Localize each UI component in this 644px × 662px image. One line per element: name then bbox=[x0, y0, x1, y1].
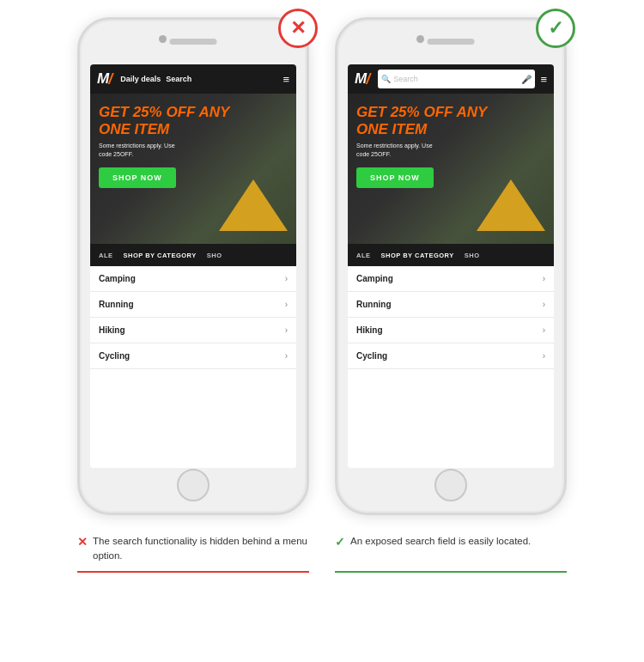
hamburger-good[interactable]: ≡ bbox=[540, 73, 547, 86]
phone-bad: ✕ M/ Daily deals Search ≡ bbox=[77, 17, 309, 515]
home-button-right[interactable] bbox=[434, 469, 467, 501]
hero-banner-good: GET 25% OFF ANY ONE ITEM Some restrictio… bbox=[348, 94, 554, 244]
tab-shop-by-category-bad[interactable]: SHOP BY CATEGORY bbox=[120, 252, 200, 259]
hero-subtitle-bad: Some restrictions apply. Usecode 25OFF. bbox=[99, 142, 288, 159]
list-item[interactable]: Running › bbox=[348, 292, 554, 318]
phone-speaker-left bbox=[170, 39, 217, 45]
category-list-good: Camping › Running › Hiking › Cycling › bbox=[348, 266, 554, 468]
tab-sho-bad[interactable]: SHO bbox=[204, 252, 226, 259]
captions-row: ✕ The search functionality is hidden beh… bbox=[9, 529, 635, 573]
phone-camera-left bbox=[159, 35, 167, 43]
category-name-hiking-good: Hiking bbox=[356, 325, 383, 335]
arrow-cycling-bad: › bbox=[285, 351, 288, 361]
category-list-bad: Camping › Running › Hiking › Cycling › bbox=[90, 266, 296, 468]
caption-good: ✓ An exposed search field is easily loca… bbox=[335, 529, 567, 573]
caption-badge-good: ✓ bbox=[335, 535, 345, 549]
hero-banner-bad: GET 25% OFF ANY ONE ITEM Some restrictio… bbox=[90, 94, 296, 244]
category-tabs-good: ALE SHOP BY CATEGORY SHO bbox=[348, 244, 554, 266]
list-item[interactable]: Hiking › bbox=[90, 318, 296, 343]
phone-screen-bad: M/ Daily deals Search ≡ GET 25% OFF A bbox=[90, 64, 296, 468]
phone-good: ✓ M/ 🔍 Search 🎤 ≡ bbox=[335, 17, 567, 515]
list-item[interactable]: Hiking › bbox=[348, 318, 554, 343]
nav-bar-good: M/ 🔍 Search 🎤 ≡ bbox=[348, 64, 554, 94]
nav-link-search-bad[interactable]: Search bbox=[166, 75, 191, 83]
arrow-hiking-good: › bbox=[543, 325, 545, 335]
caption-text-good: An exposed search field is easily locate… bbox=[350, 534, 531, 549]
logo-good: M/ bbox=[355, 70, 369, 88]
category-name-cycling-bad: Cycling bbox=[99, 351, 130, 361]
list-item[interactable]: Cycling › bbox=[348, 343, 554, 369]
hero-content-bad: GET 25% OFF ANY ONE ITEM Some restrictio… bbox=[90, 94, 296, 195]
tab-ale-bad[interactable]: ALE bbox=[95, 252, 117, 259]
category-name-camping-bad: Camping bbox=[99, 274, 136, 283]
home-button-left[interactable] bbox=[177, 469, 210, 501]
hero-content-good: GET 25% OFF ANY ONE ITEM Some restrictio… bbox=[348, 94, 554, 195]
phone-camera-right bbox=[416, 35, 424, 43]
category-name-cycling-good: Cycling bbox=[356, 351, 387, 361]
list-item[interactable]: Camping › bbox=[90, 266, 296, 292]
search-box-good[interactable]: 🔍 Search 🎤 bbox=[378, 70, 535, 88]
hamburger-bad[interactable]: ≡ bbox=[283, 73, 289, 86]
nav-link-daily-deals-bad[interactable]: Daily deals bbox=[120, 75, 161, 83]
category-name-camping-good: Camping bbox=[356, 274, 393, 283]
arrow-running-bad: › bbox=[285, 300, 288, 309]
badge-good: ✓ bbox=[536, 9, 575, 48]
tab-ale-good[interactable]: ALE bbox=[353, 252, 374, 259]
phone-screen-good: M/ 🔍 Search 🎤 ≡ bbox=[348, 64, 554, 468]
search-icon: 🔍 bbox=[381, 75, 391, 83]
caption-text-bad: The search functionality is hidden behin… bbox=[93, 534, 309, 562]
arrow-camping-good: › bbox=[543, 274, 545, 283]
phone-frame-good: M/ 🔍 Search 🎤 ≡ bbox=[335, 17, 567, 515]
hero-title-good: GET 25% OFF ANY ONE ITEM bbox=[356, 104, 545, 137]
arrow-hiking-bad: › bbox=[285, 325, 288, 335]
category-name-running-bad: Running bbox=[99, 300, 134, 309]
hero-subtitle-good: Some restrictions apply. Usecode 25OFF. bbox=[356, 142, 545, 159]
badge-bad: ✕ bbox=[278, 9, 318, 48]
list-item[interactable]: Running › bbox=[90, 292, 296, 318]
phone-frame-bad: M/ Daily deals Search ≡ GET 25% OFF A bbox=[77, 17, 309, 515]
microphone-icon[interactable]: 🎤 bbox=[521, 75, 532, 84]
category-tabs-bad: ALE SHOP BY CATEGORY SHO bbox=[90, 244, 296, 266]
shop-now-button-bad[interactable]: SHOP NOW bbox=[99, 167, 176, 188]
tab-shop-by-category-good[interactable]: SHOP BY CATEGORY bbox=[378, 252, 458, 259]
nav-bar-bad: M/ Daily deals Search ≡ bbox=[90, 64, 296, 94]
arrow-cycling-good: › bbox=[543, 351, 545, 361]
shop-now-button-good[interactable]: SHOP NOW bbox=[356, 167, 434, 188]
caption-bad: ✕ The search functionality is hidden beh… bbox=[77, 529, 309, 573]
list-item[interactable]: Camping › bbox=[348, 266, 554, 292]
category-name-hiking-bad: Hiking bbox=[99, 325, 125, 335]
logo-bad: M/ bbox=[97, 70, 112, 88]
caption-badge-bad: ✕ bbox=[77, 535, 88, 549]
list-item[interactable]: Cycling › bbox=[90, 343, 296, 369]
phones-comparison: ✕ M/ Daily deals Search ≡ bbox=[9, 17, 635, 515]
arrow-running-good: › bbox=[543, 300, 545, 309]
tab-sho-good[interactable]: SHO bbox=[461, 252, 483, 259]
phone-speaker-right bbox=[428, 39, 475, 45]
arrow-camping-bad: › bbox=[285, 274, 288, 283]
hero-title-bad: GET 25% OFF ANY ONE ITEM bbox=[99, 104, 288, 137]
category-name-running-good: Running bbox=[356, 300, 392, 309]
search-placeholder: Search bbox=[393, 75, 519, 83]
